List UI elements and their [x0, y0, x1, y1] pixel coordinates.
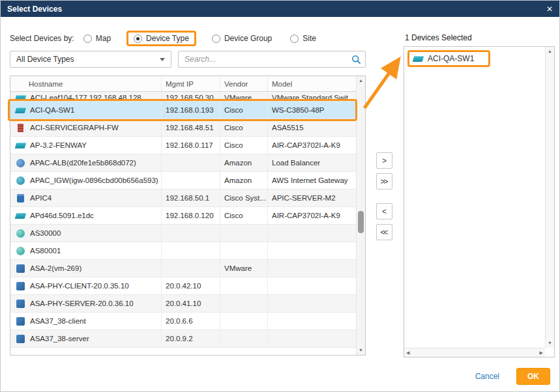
table-row[interactable]: ASA-PHY-SERVER-20.0.36.1020.0.41.10 — [10, 295, 356, 313]
device-icon-box — [14, 229, 26, 238]
close-icon[interactable]: ✕ — [546, 5, 553, 13]
radio-site[interactable]: Site — [290, 34, 316, 43]
search-box — [178, 51, 366, 68]
hostname-text: ASA37_38-server — [30, 335, 89, 343]
cancel-button[interactable]: Cancel — [475, 372, 499, 381]
vendor-cell: Amazon — [220, 154, 268, 171]
vendor-cell — [220, 242, 268, 259]
table-row[interactable]: ASA-2(vm-269)VMware — [10, 260, 356, 277]
table-row[interactable]: ACI-SERVICEGRAPH-FW192.168.48.51CiscoASA… — [10, 119, 356, 137]
table-row[interactable]: ACI-QA-SW1192.168.0.193CiscoWS-C3850-48P — [10, 102, 356, 119]
vendor-cell: VMware — [220, 93, 268, 102]
vendor-cell — [220, 295, 268, 312]
table-row[interactable]: APd46d.5091.e1dc192.168.0.120CiscoAIR-CA… — [10, 207, 356, 225]
model-cell — [268, 295, 356, 312]
select-devices-dialog: Select Devices ✕ Select Devices by: MapD… — [0, 0, 560, 392]
hostname-text: AS80001 — [30, 247, 61, 255]
vendor-cell — [220, 225, 268, 242]
device-icon-box — [14, 159, 26, 167]
device-type-dropdown[interactable]: All Device Types — [10, 51, 171, 68]
hostname-cell: APAC_IGW(igw-0896cbd00b656a593) — [10, 172, 162, 189]
filter-row: Select Devices by: MapDevice TypeDevice … — [10, 30, 316, 47]
mgmt-ip-cell: 192.168.50.30 — [162, 93, 220, 102]
remove-selected-button[interactable]: < — [376, 203, 392, 219]
radio-device-group[interactable]: Device Group — [212, 34, 272, 43]
switch-device-icon — [14, 95, 26, 101]
model-cell — [268, 277, 356, 294]
column-header-mgmt-ip[interactable]: Mgmt IP — [162, 76, 220, 91]
mgmt-ip-cell: 192.168.0.193 — [162, 102, 220, 119]
server-device-icon — [17, 194, 24, 203]
table-row[interactable]: APAC-ALB(d20fe1e5b868d072)AmazonLoad Bal… — [10, 154, 356, 172]
hostname-text: AP-3.2-FENWAY — [30, 141, 87, 149]
hostname-text: ASA37_38-client — [30, 317, 86, 325]
hostname-cell: ASA-PHY-SERVER-20.0.36.10 — [10, 295, 162, 312]
selected-device-label: ACI-QA-SW1 — [428, 54, 474, 63]
scroll-up-arrow-icon[interactable]: ▲ — [357, 76, 365, 85]
search-icon[interactable] — [351, 55, 361, 67]
table-row[interactable]: AP-3.2-FENWAY192.168.0.117CiscoAIR-CAP37… — [10, 137, 356, 154]
vendor-cell: Cisco — [220, 102, 268, 119]
hostname-cell: ASA-2(vm-269) — [10, 260, 162, 277]
scroll-right-arrow-icon[interactable]: ▶ — [540, 348, 543, 357]
table-row[interactable]: APAC_IGW(igw-0896cbd00b656a593)AmazonAWS… — [10, 172, 356, 189]
table-row[interactable]: ACI-Leaf104-177 192.168.48.128192.168.50… — [10, 92, 356, 102]
model-cell: AWS Internet Gateway — [268, 172, 356, 189]
table-row[interactable]: ASA-PHY-CLIENT-20.0.35.1020.0.42.10 — [10, 277, 356, 295]
table-row[interactable]: AS80001 — [10, 242, 356, 260]
model-cell: VMware Standard Swit... — [268, 93, 356, 102]
add-all-button[interactable]: >> — [376, 173, 392, 189]
scrollbar-thumb[interactable] — [358, 211, 364, 233]
selected-device-item[interactable]: ACI-QA-SW1 — [407, 50, 490, 67]
remove-all-button[interactable]: << — [376, 224, 392, 240]
device-icon-box — [14, 282, 26, 290]
device-icon-box — [14, 335, 26, 343]
search-input[interactable] — [179, 51, 346, 67]
model-cell — [268, 225, 356, 242]
hostname-cell: APd46d.5091.e1dc — [10, 207, 162, 224]
hostname-text: APd46d.5091.e1dc — [30, 212, 94, 219]
igw-device-icon — [16, 176, 25, 185]
column-header-hostname[interactable]: Hostname — [10, 76, 162, 91]
ok-button[interactable]: OK — [516, 368, 550, 385]
hostname-text: APIC4 — [30, 194, 52, 202]
table-body: ACI-Leaf104-177 192.168.48.128192.168.50… — [10, 92, 356, 355]
radio-device-type[interactable]: Device Type — [126, 31, 196, 46]
asa-device-icon — [16, 335, 25, 343]
table-row[interactable]: ASA37_38-client20.0.6.6 — [10, 313, 356, 330]
vendor-cell — [220, 313, 268, 329]
device-icon-box — [14, 264, 26, 273]
mgmt-ip-cell — [162, 242, 220, 259]
table-row[interactable]: AS30000 — [10, 225, 356, 242]
table-vertical-scrollbar: ▲ ▼ — [356, 76, 365, 355]
add-selected-button[interactable]: > — [376, 152, 392, 169]
device-icon-box — [14, 95, 26, 101]
hostname-text: ACI-SERVICEGRAPH-FW — [30, 124, 119, 132]
table-row[interactable]: APIC4192.168.50.1Cisco Syst...APIC-SERVE… — [10, 189, 356, 207]
radio-map[interactable]: Map — [83, 34, 111, 43]
scroll-down-arrow-icon[interactable]: ▼ — [357, 346, 365, 355]
switch-device-icon — [14, 143, 26, 148]
hostname-cell: ACI-QA-SW1 — [10, 102, 162, 119]
column-header-model[interactable]: Model — [268, 76, 356, 91]
radio-label: Device Group — [224, 34, 272, 43]
model-cell — [268, 242, 356, 259]
vendor-cell: Cisco — [220, 119, 268, 136]
radio-circle-icon — [212, 35, 220, 43]
device-icon-box — [14, 247, 26, 255]
mgmt-ip-cell — [162, 225, 220, 242]
model-cell: AIR-CAP3702I-A-K9 — [268, 137, 356, 154]
asa-device-icon — [16, 282, 25, 290]
scroll-left-arrow-icon[interactable]: ◀ — [406, 348, 409, 357]
scroll-up-arrow-icon[interactable]: ▲ — [546, 47, 554, 56]
hostname-cell: ACI-Leaf104-177 192.168.48.128 — [10, 93, 162, 102]
table-row[interactable]: ASA37_38-server20.0.9.2 — [10, 330, 356, 348]
column-header-vendor[interactable]: Vendor — [220, 76, 268, 91]
device-icon-box — [14, 317, 26, 326]
hostname-text: ACI-QA-SW1 — [30, 106, 74, 114]
vendor-cell: Cisco — [220, 207, 268, 224]
scroll-down-arrow-icon[interactable]: ▼ — [546, 339, 554, 348]
radio-circle-icon — [290, 35, 299, 43]
model-cell — [268, 260, 356, 277]
dialog-titlebar: Select Devices ✕ — [1, 1, 559, 17]
